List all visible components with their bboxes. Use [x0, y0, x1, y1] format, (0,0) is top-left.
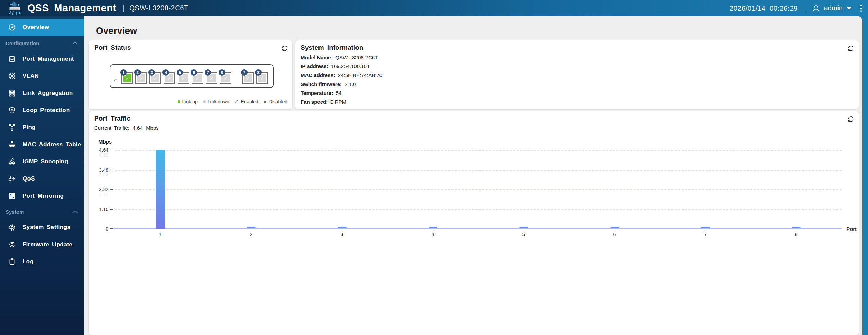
traffic-bar — [701, 227, 710, 228]
sidebar-nav: Overview Configuration Port Management — [0, 16, 84, 335]
port-state-mark: ✓ — [260, 76, 264, 82]
sidebar-item-vlan[interactable]: VLAN — [0, 67, 84, 85]
port-status-port[interactable]: 5✓ — [178, 72, 189, 84]
traffic-bar — [247, 227, 255, 228]
refresh-icon[interactable] — [847, 45, 855, 52]
traffic-bar — [338, 227, 346, 228]
user-name: admin — [824, 4, 843, 12]
user-menu[interactable]: admin — [812, 4, 852, 12]
port-state-mark: ✓ — [153, 76, 157, 82]
x-tick: 2 — [250, 232, 253, 237]
port-status-combo-port[interactable]: 8✓ — [256, 72, 268, 84]
link-up-dot-icon — [178, 100, 180, 103]
ghost-y-tick: 4.32 — [99, 152, 108, 158]
x-axis-title: Port — [846, 226, 857, 232]
port-number-badge: 8 — [255, 69, 262, 76]
x-tick: 1 — [159, 232, 162, 237]
port-state-mark: ✓ — [195, 76, 200, 82]
chart-column: 8 — [751, 150, 842, 229]
chart-column: 6 — [569, 150, 660, 229]
traffic-bar — [519, 227, 528, 228]
port-status-port[interactable]: 8✓ — [220, 72, 231, 84]
system-information-title: System Information — [301, 44, 363, 51]
qos-icon — [8, 174, 16, 183]
port-state-mark: ✓ — [224, 76, 228, 82]
info-row: MAC address:24:5E:BE:74:AB:70 — [301, 71, 382, 79]
port-status-port[interactable]: 2✓ — [135, 72, 147, 84]
x-tick: 7 — [704, 232, 707, 237]
port-status-port[interactable]: 7✓ — [206, 72, 217, 84]
chart-column: 3 — [297, 150, 387, 229]
port-traffic-panel: Port Traffic Current Traffic: 4.64 Mbps — [89, 111, 859, 335]
port-number-badge: 8 — [219, 69, 225, 76]
port-number-badge: 3 — [148, 69, 155, 76]
page-title: Overview — [96, 26, 137, 36]
chart-column: 4 — [387, 150, 478, 229]
port-status-panel: Port Status 1✓ 2✓ 3✓ 4✓ — [89, 40, 292, 109]
more-options-button[interactable] — [858, 3, 865, 13]
port-number-badge: 1 — [120, 69, 127, 76]
cross-icon: × — [264, 99, 267, 105]
port-state-mark: ✓ — [246, 76, 250, 82]
firmware-icon — [8, 240, 16, 249]
sidebar-item-port-management[interactable]: Port Management — [0, 50, 84, 67]
system-information-list: Model Name:QSW-L3208-2C6T IP address:169… — [301, 53, 382, 106]
sidebar-item-firmware-update[interactable]: Firmware Update — [0, 236, 84, 253]
sidebar-item-port-mirroring[interactable]: Port Mirroring — [0, 187, 84, 204]
port-status-port[interactable]: 4✓ — [164, 72, 175, 84]
y-axis-label: Mbps — [98, 139, 112, 145]
link-aggregation-icon — [8, 89, 16, 98]
shield-loop-icon — [8, 106, 16, 115]
device-model: QSW-L3208-2C6T — [129, 4, 188, 12]
igmp-icon — [8, 157, 16, 166]
datetime: 2026/01/14 00:26:29 — [730, 4, 798, 12]
header-divider — [805, 3, 805, 13]
main-content: Overview Port Status 1✓ 2✓ — [84, 16, 862, 335]
plot-area: 4.64 3.48 2.32 1.16 0 4.32 3.24 2.16 1.0… — [115, 150, 842, 229]
x-tick: 5 — [522, 232, 525, 237]
port-number-badge: 5 — [177, 69, 183, 76]
port-state-mark: ✓ — [125, 76, 129, 82]
header-separator: | — [123, 4, 125, 13]
info-row: IP address:169.254.100.101 — [301, 62, 382, 71]
x-tick: 3 — [341, 232, 343, 237]
port-status-port[interactable]: 6✓ — [192, 72, 203, 84]
sidebar-section-system[interactable]: System — [0, 204, 84, 219]
mirror-icon — [8, 191, 16, 200]
ping-icon — [8, 123, 16, 132]
port-icon — [8, 54, 16, 63]
log-icon — [8, 257, 16, 266]
top-header: QSS Management | QSW-L3208-2C6T 2026/01/… — [0, 0, 868, 16]
port-number-badge: 2 — [134, 69, 141, 76]
refresh-icon[interactable] — [281, 45, 288, 52]
qss-logo-icon — [7, 1, 23, 15]
sidebar-item-igmp-snooping[interactable]: IGMP Snooping — [0, 153, 84, 170]
sidebar-item-qos[interactable]: QoS — [0, 170, 84, 187]
port-state-mark: ✓ — [139, 76, 143, 82]
ghost-y-tick: 3.24 — [99, 172, 108, 177]
chart-column: 7 — [660, 150, 751, 229]
sidebar-item-ping[interactable]: Ping — [0, 119, 84, 136]
qss-management-app: QSS Management | QSW-L3208-2C6T 2026/01/… — [0, 0, 868, 335]
port-number-badge: 7 — [241, 69, 248, 76]
y-tick: 0 — [106, 226, 108, 232]
port-status-combo-port[interactable]: 7✓ — [242, 72, 254, 84]
link-down-dot-icon — [203, 100, 206, 103]
x-tick: 8 — [795, 232, 798, 237]
gauge-icon — [8, 23, 16, 32]
system-information-panel: System Information Model Name:QSW-L3208-… — [295, 40, 859, 109]
sidebar-item-loop-protection[interactable]: Loop Protection — [0, 102, 84, 119]
sidebar-item-overview[interactable]: Overview — [0, 19, 84, 36]
info-row: Fan speed:0 RPM — [301, 97, 382, 106]
sidebar-item-log[interactable]: Log — [0, 253, 84, 270]
sidebar-item-link-aggregation[interactable]: Link Aggregation — [0, 85, 84, 102]
ghost-y-tick: 1.08 — [99, 211, 108, 217]
port-status-port[interactable]: 3✓ — [149, 72, 161, 84]
port-number-badge: 4 — [162, 69, 169, 76]
sidebar-item-mac-address-table[interactable]: MAC Address Table — [0, 136, 84, 153]
ghost-y-tick: 2.16 — [99, 191, 108, 197]
port-status-port[interactable]: 1✓ — [121, 72, 133, 84]
info-row: Switch firmware:2.1.0 — [301, 79, 382, 88]
sidebar-section-configuration[interactable]: Configuration — [0, 36, 84, 50]
sidebar-item-system-settings[interactable]: System Settings — [0, 219, 84, 236]
